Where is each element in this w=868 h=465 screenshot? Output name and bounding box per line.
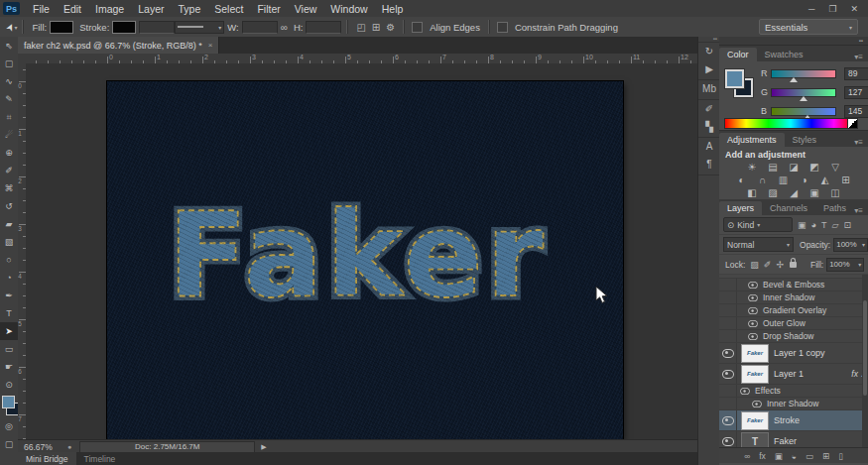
zoom-level-field[interactable]: 66.67%: [24, 442, 67, 452]
link-layers-icon[interactable]: ∞: [744, 451, 750, 461]
filter-type-layers-icon[interactable]: T: [821, 220, 827, 230]
path-arrangement-icon[interactable]: ⚙: [386, 22, 395, 33]
adjustments-panel-menu-icon[interactable]: ▾≡: [854, 138, 868, 147]
vibrance-icon[interactable]: ▽: [828, 162, 842, 173]
foreground-color-swatch[interactable]: [2, 396, 15, 408]
clone-source-panel-icon[interactable]: ▚: [705, 122, 713, 132]
stroke-type-dropdown[interactable]: ▾: [175, 21, 224, 34]
layer-thumbnail[interactable]: Faker: [741, 344, 769, 363]
rectangle-tool[interactable]: ▭: [0, 340, 18, 358]
eraser-tool[interactable]: ▰: [0, 215, 18, 233]
hue-saturation-icon[interactable]: ◐: [735, 174, 749, 185]
quick-selection-tool[interactable]: ✎: [0, 90, 18, 108]
channel-value-field[interactable]: 89: [844, 67, 868, 80]
path-selection-tool[interactable]: ➤: [0, 322, 18, 340]
spectrum-bw-corner[interactable]: [847, 118, 858, 129]
screen-mode-button[interactable]: ▢: [0, 435, 18, 453]
marquee-tool[interactable]: ▢: [0, 55, 18, 72]
layers-tab-channels[interactable]: Channels: [762, 201, 815, 215]
link-dimensions-icon[interactable]: ∞: [281, 22, 288, 33]
panels-collapse-bar[interactable]: ▪▪: [719, 37, 868, 46]
move-tool[interactable]: ⇖: [0, 37, 18, 55]
effect-row-inner-shadow[interactable]: Inner Shadow: [719, 398, 868, 410]
layer-thumbnail[interactable]: T: [741, 432, 769, 448]
channel-value-field[interactable]: 127: [844, 86, 868, 99]
height-field[interactable]: [306, 21, 341, 34]
paragraph-panel-icon[interactable]: ¶: [706, 160, 711, 170]
quick-mask-button[interactable]: ◎: [0, 417, 18, 435]
slider-thumb-icon[interactable]: [790, 77, 798, 82]
gradient-map-icon[interactable]: ▣: [807, 187, 821, 198]
visibility-cell[interactable]: [719, 291, 737, 303]
lock-pixels-icon[interactable]: ✐: [764, 260, 772, 270]
history-panel-icon[interactable]: ↻: [705, 47, 713, 57]
levels-icon[interactable]: ▤: [766, 162, 780, 173]
effect-row-bevel-emboss[interactable]: Bevel & Emboss: [719, 279, 868, 291]
visibility-cell[interactable]: [719, 410, 737, 430]
zoom-tool[interactable]: ⊙: [0, 376, 18, 394]
healing-brush-tool[interactable]: ⊕: [0, 144, 18, 162]
layer-filter-kind-dropdown[interactable]: ⊙ Kind ▾: [723, 217, 793, 232]
brightness-contrast-icon[interactable]: ☀: [745, 162, 759, 173]
menu-edit[interactable]: Edit: [63, 3, 81, 15]
layer-row-layer-1-copy[interactable]: FakerLayer 1 copy: [719, 343, 868, 364]
document-size-info[interactable]: Doc: 2.75M/16.7M: [79, 441, 255, 453]
menu-window[interactable]: Window: [330, 3, 367, 15]
layers-tab-layers[interactable]: Layers: [719, 201, 762, 215]
filter-shape-layers-icon[interactable]: ▱: [831, 220, 838, 230]
restore-button[interactable]: ❐: [828, 4, 836, 14]
effect-row-inner-shadow[interactable]: Inner Shadow: [719, 291, 868, 304]
menu-help[interactable]: Help: [382, 3, 404, 15]
canvas-pasteboard[interactable]: Faker Faker Faker: [26, 63, 697, 439]
exposure-icon[interactable]: ◩: [807, 162, 821, 173]
width-field[interactable]: [242, 21, 278, 34]
invert-icon[interactable]: ◧: [745, 187, 759, 198]
menu-file[interactable]: File: [33, 3, 50, 15]
channel-mixer-icon[interactable]: ◭: [818, 174, 832, 185]
foreground-color-well[interactable]: [725, 69, 744, 88]
opacity-field[interactable]: 100% ▾: [833, 238, 868, 252]
hand-tool[interactable]: ☛: [0, 358, 18, 376]
bottom-tab-timeline[interactable]: Timeline: [76, 452, 124, 465]
dodge-tool[interactable]: ◔: [0, 269, 18, 287]
lock-transparency-icon[interactable]: ▨: [750, 260, 759, 270]
channel-slider[interactable]: [771, 88, 836, 97]
lock-position-icon[interactable]: ✢: [776, 260, 784, 270]
close-button[interactable]: ✕: [850, 4, 858, 14]
channel-slider[interactable]: [771, 107, 836, 116]
selective-color-icon[interactable]: ◫: [828, 187, 842, 198]
channel-slider[interactable]: [771, 69, 836, 78]
menu-type[interactable]: Type: [178, 3, 200, 15]
history-brush-tool[interactable]: ↺: [0, 197, 18, 215]
actions-panel-icon[interactable]: ▶: [705, 64, 713, 74]
lasso-tool[interactable]: ∿: [0, 72, 18, 90]
fill-swatch[interactable]: [50, 21, 73, 34]
curves-icon[interactable]: ◪: [787, 162, 801, 173]
path-operations-icon[interactable]: ◰: [356, 22, 365, 33]
filter-adjustment-layers-icon[interactable]: ◕: [811, 220, 816, 230]
visibility-cell[interactable]: [719, 364, 737, 384]
color-lookup-icon[interactable]: ⊞: [839, 174, 853, 185]
type-tool[interactable]: T: [0, 304, 18, 322]
adjustments-tab-styles[interactable]: Styles: [785, 133, 825, 147]
eyedropper-tool[interactable]: ☄: [0, 126, 18, 144]
visibility-cell[interactable]: [719, 343, 737, 363]
brush-tool[interactable]: ✐: [0, 162, 18, 179]
stroke-width-field[interactable]: [139, 21, 175, 34]
gradient-tool[interactable]: ▧: [0, 233, 18, 251]
bottom-tab-mini-bridge[interactable]: Mini Bridge: [18, 452, 76, 465]
adjustment-layer-icon[interactable]: ◒: [792, 451, 797, 461]
effect-row-effects[interactable]: Effects: [719, 385, 868, 398]
layer-row-stroke[interactable]: FakerStroke: [719, 410, 868, 431]
visibility-cell[interactable]: [719, 317, 737, 329]
filter-smart-objects-icon[interactable]: ⊡: [843, 220, 851, 230]
layer-thumbnail[interactable]: Faker: [741, 411, 769, 430]
effect-row-drop-shadow[interactable]: Drop Shadow: [719, 330, 868, 343]
new-group-icon[interactable]: ▭: [806, 451, 813, 461]
crop-tool[interactable]: ⌗: [0, 108, 18, 126]
align-edges-checkbox[interactable]: [412, 22, 423, 33]
menu-view[interactable]: View: [295, 3, 317, 15]
effect-row-gradient-overlay[interactable]: Gradient Overlay: [719, 304, 868, 317]
channel-value-field[interactable]: 145: [844, 105, 868, 118]
scrollbar-thumb[interactable]: [863, 300, 867, 396]
